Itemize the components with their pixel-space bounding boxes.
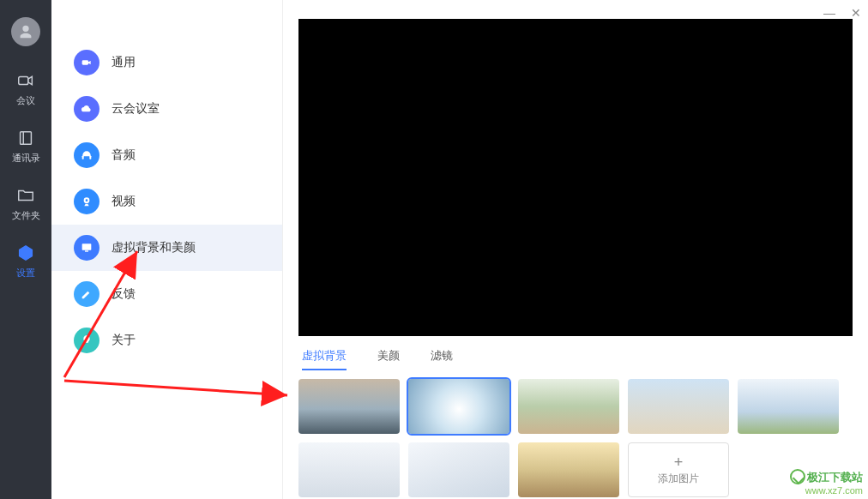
pencil-icon	[74, 281, 99, 307]
nav-label: 通讯录	[12, 152, 40, 165]
bg-thumb-tunnel[interactable]	[408, 379, 509, 434]
svg-rect-5	[82, 156, 84, 159]
tab-filter[interactable]: 滤镜	[431, 348, 453, 370]
settings-item-audio[interactable]: 音频	[51, 132, 282, 178]
settings-label: 云会议室	[112, 101, 160, 117]
bg-thumb-office-window[interactable]	[628, 379, 729, 434]
bulb-icon	[74, 328, 99, 353]
book-icon	[15, 128, 36, 148]
content-panel: — ✕ 虚拟背景 美颜 滤镜 + 添加图片	[283, 0, 868, 499]
svg-rect-4	[82, 60, 88, 64]
settings-item-general[interactable]: 通用	[51, 39, 282, 86]
headphone-icon	[74, 142, 99, 168]
settings-sidebar: 通用 云会议室 音频 视频 虚拟背景和美颜 反馈 关于	[51, 0, 283, 499]
nav-rail: 会议 通讯录 文件夹 设置	[0, 0, 51, 499]
monitor-icon	[74, 235, 99, 261]
nav-label: 设置	[16, 267, 35, 280]
settings-item-virtual-bg[interactable]: 虚拟背景和美颜	[51, 225, 282, 271]
nav-label: 会议	[16, 94, 35, 107]
svg-rect-1	[21, 132, 32, 145]
plus-icon: +	[674, 454, 684, 470]
nav-item-files[interactable]: 文件夹	[12, 185, 40, 222]
svg-marker-3	[20, 246, 33, 261]
settings-label: 音频	[112, 147, 136, 163]
settings-label: 关于	[112, 333, 136, 348]
settings-item-feedback[interactable]: 反馈	[51, 271, 282, 317]
webcam-icon	[74, 189, 99, 214]
settings-label: 反馈	[112, 286, 136, 302]
nav-label: 文件夹	[12, 209, 40, 222]
add-background-button[interactable]: + 添加图片	[628, 442, 729, 497]
settings-item-about[interactable]: 关于	[51, 317, 282, 364]
svg-rect-9	[82, 243, 92, 250]
svg-rect-10	[85, 250, 88, 251]
gear-hex-icon	[15, 243, 36, 263]
background-grid: + 添加图片	[298, 379, 853, 497]
camera-dot-icon	[74, 50, 99, 75]
tab-beauty[interactable]: 美颜	[377, 348, 400, 370]
folder-icon	[15, 185, 36, 206]
settings-label: 视频	[112, 194, 136, 209]
video-preview	[298, 19, 853, 336]
avatar[interactable]	[11, 17, 40, 46]
bg-thumb-beach[interactable]	[518, 442, 619, 497]
cloud-icon	[74, 96, 99, 122]
svg-point-8	[86, 199, 88, 201]
settings-item-cloud[interactable]: 云会议室	[51, 86, 282, 132]
minimize-button[interactable]: —	[823, 7, 835, 19]
tab-virtual-bg[interactable]: 虚拟背景	[302, 348, 347, 370]
settings-item-video[interactable]: 视频	[51, 178, 282, 225]
close-button[interactable]: ✕	[851, 7, 861, 19]
camera-icon	[15, 70, 36, 91]
add-label: 添加图片	[658, 472, 699, 486]
settings-label: 通用	[112, 55, 136, 70]
window-controls: — ✕	[823, 7, 861, 19]
bg-thumb-classroom[interactable]	[518, 379, 619, 434]
nav-item-contacts[interactable]: 通讯录	[12, 128, 40, 165]
settings-label: 虚拟背景和美颜	[112, 240, 196, 256]
bg-thumb-city-plants[interactable]	[738, 379, 839, 434]
svg-rect-0	[19, 76, 28, 84]
bg-thumb-meeting-room[interactable]	[298, 442, 400, 497]
svg-rect-6	[89, 156, 91, 159]
nav-item-meeting[interactable]: 会议	[15, 70, 36, 107]
bg-thumb-open-office[interactable]	[408, 442, 509, 497]
bg-tabs: 虚拟背景 美颜 滤镜	[298, 348, 853, 370]
nav-item-settings[interactable]: 设置	[15, 243, 36, 280]
bg-thumb-bridge[interactable]	[298, 379, 400, 434]
